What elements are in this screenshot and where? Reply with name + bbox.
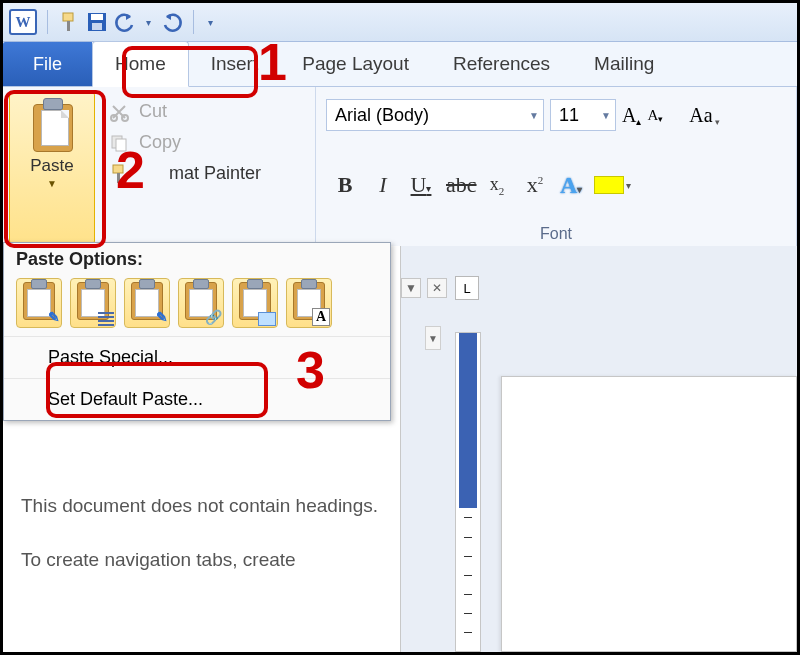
italic-button[interactable]: I: [370, 172, 396, 198]
paste-dropdown-menu: Paste Options: ✎ ✎ 🔗 A Paste Special... …: [3, 242, 391, 421]
strikethrough-button[interactable]: abc: [446, 172, 472, 198]
vertical-ruler[interactable]: [455, 332, 481, 652]
font-name-value: Arial (Body): [335, 105, 429, 126]
font-size-combo[interactable]: 11 ▼: [550, 99, 616, 131]
paste-picture[interactable]: [232, 278, 278, 328]
tab-references[interactable]: References: [431, 42, 572, 86]
svg-rect-8: [116, 139, 126, 151]
bold-button[interactable]: B: [332, 172, 358, 198]
superscript-button[interactable]: x2: [522, 172, 548, 198]
ribbon-tabs: File Home Insert Page Layout References …: [3, 42, 797, 87]
font-name-combo[interactable]: Arial (Body) ▼: [326, 99, 544, 131]
undo-icon[interactable]: [114, 11, 136, 33]
paste-dropdown-caret-icon[interactable]: ▼: [47, 178, 57, 189]
undo-dropdown-icon[interactable]: ▾: [142, 17, 155, 28]
pane-options-icon[interactable]: ▼: [425, 326, 441, 350]
paste-merge-link[interactable]: 🔗: [178, 278, 224, 328]
tab-file[interactable]: File: [3, 42, 92, 86]
scissors-icon: [109, 102, 129, 122]
paste-icon: [31, 98, 73, 150]
svg-rect-3: [91, 14, 103, 20]
set-default-paste-menu-item[interactable]: Set Default Paste...: [4, 378, 390, 420]
svg-rect-9: [113, 165, 123, 173]
quick-access-toolbar: W ▾ ▾: [3, 3, 797, 42]
cut-button[interactable]: Cut: [109, 101, 261, 122]
format-painter-button[interactable]: mat Painter: [109, 163, 261, 184]
copy-button[interactable]: Copy: [109, 132, 261, 153]
nav-pane-message-1: This document does not contain headings.: [21, 492, 382, 520]
tab-insert[interactable]: Insert: [189, 42, 281, 86]
paste-keep-source-link[interactable]: ✎: [124, 278, 170, 328]
qat-customize-icon[interactable]: ▾: [204, 17, 217, 28]
document-page[interactable]: [501, 376, 797, 652]
font-group-label: Font: [322, 225, 790, 245]
redo-icon[interactable]: [161, 11, 183, 33]
paste-button[interactable]: Paste ▼: [9, 91, 95, 245]
text-effects-button[interactable]: A▾: [560, 172, 582, 199]
paste-text-only[interactable]: A: [286, 278, 332, 328]
paintbrush-link-icon: ✎: [156, 309, 168, 326]
nav-close-icon[interactable]: ▼: [401, 278, 421, 298]
format-painter-label: mat Painter: [139, 163, 261, 184]
paste-label: Paste: [30, 156, 73, 176]
format-painter-icon: [109, 164, 129, 184]
svg-rect-4: [92, 23, 102, 30]
merge-icon: [98, 312, 114, 326]
chevron-down-icon: ▼: [529, 110, 539, 121]
paste-keep-source-formatting[interactable]: ✎: [16, 278, 62, 328]
tab-mailings[interactable]: Mailing: [572, 42, 676, 86]
nav-pane-message-2: To create navigation tabs, create: [21, 546, 382, 574]
picture-icon: [258, 312, 276, 326]
nav-x-icon[interactable]: ✕: [427, 278, 447, 298]
change-case-button[interactable]: Aa▾: [689, 104, 719, 127]
highlight-button[interactable]: ▾: [594, 176, 631, 194]
grow-font-button[interactable]: A▴: [622, 104, 641, 127]
tab-home[interactable]: Home: [92, 41, 189, 87]
paintbrush-icon: ✎: [48, 309, 60, 326]
paste-special-menu-item[interactable]: Paste Special...: [4, 336, 390, 378]
text-only-icon: A: [312, 308, 330, 326]
svg-rect-0: [63, 13, 73, 21]
ribbon: Paste ▼ Cut Copy mat Painter: [3, 87, 797, 248]
shrink-font-button[interactable]: A▾: [647, 107, 663, 124]
clipboard-group: Paste ▼ Cut Copy mat Painter: [3, 87, 316, 247]
word-app-icon: W: [9, 9, 37, 35]
font-size-value: 11: [559, 105, 579, 126]
save-icon[interactable]: [86, 11, 108, 33]
svg-rect-1: [67, 21, 70, 31]
link-icon: 🔗: [205, 309, 222, 326]
document-area: ▼ ✕ L ▼: [401, 246, 797, 652]
tab-page-layout[interactable]: Page Layout: [280, 42, 431, 86]
copy-label: Copy: [139, 132, 181, 153]
subscript-button[interactable]: x2: [484, 174, 510, 197]
copy-icon: [109, 133, 129, 153]
paste-options-header: Paste Options:: [4, 243, 390, 274]
svg-rect-10: [117, 173, 120, 183]
paste-special-label: Paste Special...: [48, 347, 173, 367]
chevron-down-icon: ▼: [601, 110, 611, 121]
paste-merge-formatting[interactable]: [70, 278, 116, 328]
font-group: Arial (Body) ▼ 11 ▼ A▴ A▾ Aa▾ B I U▾ abc…: [316, 87, 797, 247]
cut-label: Cut: [139, 101, 167, 122]
underline-button[interactable]: U▾: [408, 172, 434, 198]
format-painter-qat-icon[interactable]: [58, 11, 80, 33]
tab-stop-indicator[interactable]: L: [455, 276, 479, 300]
